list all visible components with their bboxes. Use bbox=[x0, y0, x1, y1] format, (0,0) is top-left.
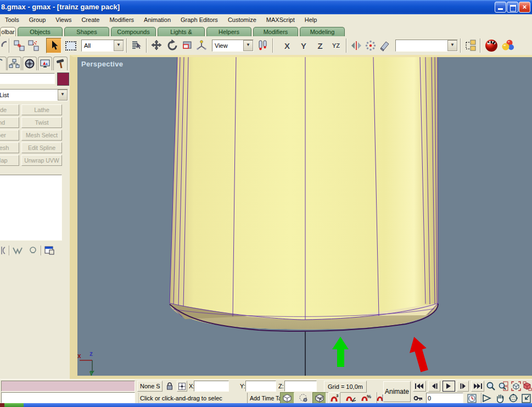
y-coordinate-input[interactable] bbox=[246, 381, 278, 391]
field-of-view-button[interactable] bbox=[481, 393, 492, 404]
y-coordinate-field[interactable] bbox=[245, 381, 276, 392]
modifier-stack-list[interactable] bbox=[0, 175, 62, 241]
menu-create[interactable]: Create bbox=[76, 15, 104, 24]
panel-tab-hierarchy[interactable] bbox=[7, 57, 21, 70]
select-and-manipulate-button[interactable] bbox=[194, 38, 209, 53]
panel-tab-motion[interactable] bbox=[23, 57, 37, 70]
start-button-fragment[interactable] bbox=[4, 403, 24, 407]
current-frame-input[interactable] bbox=[427, 393, 465, 403]
mesh-object[interactable] bbox=[170, 57, 438, 331]
dropdown-arrow-icon[interactable]: ▼ bbox=[58, 90, 68, 101]
object-name-input[interactable] bbox=[0, 74, 57, 83]
go-to-start-button[interactable] bbox=[413, 381, 426, 392]
play-button[interactable] bbox=[443, 381, 455, 392]
tab-modifiers[interactable]: Modifiers bbox=[253, 27, 298, 36]
tab-shapes[interactable]: Shapes bbox=[64, 27, 109, 36]
modifier-button-taper[interactable]: per bbox=[0, 130, 19, 141]
modifier-button-mesh-select[interactable]: Mesh Select bbox=[21, 130, 62, 141]
unlink-selection-button[interactable] bbox=[26, 38, 41, 53]
modifier-list-combo[interactable]: List ▼ bbox=[0, 89, 68, 101]
select-and-rotate-button[interactable] bbox=[166, 38, 180, 53]
object-name-field[interactable] bbox=[0, 73, 55, 84]
zoom-extents-all-button[interactable] bbox=[523, 381, 532, 392]
select-and-move-button[interactable] bbox=[149, 38, 164, 53]
time-configuration-button[interactable] bbox=[466, 393, 477, 404]
modifier-button-extrude[interactable]: ude bbox=[0, 104, 19, 115]
tab-helpers[interactable]: Helpers bbox=[206, 27, 251, 36]
modifier-button-edit-spline[interactable]: Edit Spline bbox=[21, 142, 62, 153]
align-button[interactable] bbox=[378, 38, 392, 53]
z-coordinate-input[interactable] bbox=[285, 381, 318, 391]
shaded-view-toggle[interactable] bbox=[280, 392, 294, 404]
menu-tools[interactable]: Tools bbox=[0, 15, 24, 24]
make-unique-icon[interactable] bbox=[27, 246, 38, 255]
menu-customize[interactable]: Customize bbox=[223, 15, 261, 24]
menu-maxscript[interactable]: MAXScript bbox=[261, 15, 300, 24]
arc-rotate-button[interactable] bbox=[508, 393, 519, 404]
select-by-name-button[interactable] bbox=[130, 38, 144, 53]
modifier-button-bend[interactable]: nd bbox=[0, 117, 19, 128]
modifier-button-lathe[interactable]: Lathe bbox=[21, 104, 62, 115]
mirror-button[interactable] bbox=[349, 38, 363, 53]
x-coordinate-field[interactable] bbox=[194, 381, 229, 392]
degradation-toggle[interactable] bbox=[297, 392, 309, 404]
viewport-label[interactable]: Perspective bbox=[81, 60, 123, 68]
tab-lights-cameras[interactable]: Lights & Cameras bbox=[158, 27, 205, 36]
menu-animation[interactable]: Animation bbox=[139, 15, 176, 24]
object-color-swatch[interactable] bbox=[57, 73, 69, 86]
restrict-z-button[interactable]: Z bbox=[312, 41, 328, 51]
menu-group[interactable]: Group bbox=[24, 15, 51, 24]
title-bar[interactable]: 8.gmax - gmax - [trainz game pack] × bbox=[0, 0, 532, 14]
select-object-button[interactable] bbox=[46, 38, 61, 53]
set-key-button[interactable] bbox=[413, 393, 424, 404]
modifier-button-unwrap-uvw[interactable]: Unwrap UVW bbox=[21, 155, 62, 166]
listener-script-line[interactable] bbox=[1, 392, 135, 403]
snap-3d-toggle[interactable]: 3 bbox=[328, 392, 340, 404]
restrict-plane-button[interactable]: YZ bbox=[328, 42, 344, 49]
select-and-link-button[interactable] bbox=[12, 38, 26, 53]
menu-help[interactable]: Help bbox=[300, 15, 322, 24]
previous-frame-button[interactable] bbox=[428, 381, 440, 392]
restrict-y-button[interactable]: Y bbox=[295, 41, 312, 51]
dropdown-arrow-icon[interactable]: ▼ bbox=[114, 40, 124, 51]
reference-coord-system-combo[interactable]: View ▼ bbox=[212, 40, 254, 52]
named-selection-sets-combo[interactable]: ▼ bbox=[395, 40, 458, 52]
rectangular-selection-region-button[interactable] bbox=[64, 38, 78, 53]
zoom-extents-button[interactable] bbox=[511, 381, 522, 392]
z-coordinate-field[interactable] bbox=[284, 381, 317, 392]
panel-tab-utilities[interactable] bbox=[53, 57, 68, 70]
restore-button[interactable] bbox=[507, 2, 518, 13]
pin-stack-icon[interactable] bbox=[0, 246, 7, 255]
tab-compounds[interactable]: Compounds bbox=[111, 27, 156, 36]
percent-snap-toggle[interactable]: % bbox=[360, 392, 373, 404]
modifier-button-uvw-map[interactable]: Map bbox=[0, 155, 19, 166]
restrict-x-button[interactable]: X bbox=[279, 41, 295, 51]
close-button[interactable]: × bbox=[519, 2, 530, 13]
panel-tab-modify[interactable] bbox=[0, 57, 7, 70]
textured-view-toggle[interactable] bbox=[312, 392, 326, 404]
menu-graph-editors[interactable]: Graph Editors bbox=[176, 15, 223, 24]
array-button[interactable] bbox=[363, 38, 378, 53]
selection-filter-combo[interactable]: All ▼ bbox=[81, 40, 124, 52]
zoom-button[interactable] bbox=[485, 381, 496, 392]
schematic-view-button[interactable] bbox=[463, 38, 478, 53]
menu-modifiers[interactable]: Modifiers bbox=[104, 15, 139, 24]
listener-macro-line[interactable] bbox=[1, 381, 135, 392]
show-end-result-icon[interactable] bbox=[12, 246, 24, 255]
render-layers-button[interactable] bbox=[500, 38, 516, 53]
configure-modifier-sets-icon[interactable] bbox=[44, 245, 55, 256]
next-frame-button[interactable] bbox=[457, 381, 469, 392]
go-to-end-button[interactable] bbox=[471, 381, 484, 392]
panel-tab-display[interactable] bbox=[38, 57, 52, 70]
perspective-viewport[interactable]: x z y Perspective bbox=[77, 57, 532, 376]
zoom-all-button[interactable] bbox=[498, 381, 509, 392]
selection-lock-toggle[interactable] bbox=[165, 381, 175, 392]
use-pivot-point-center-button[interactable] bbox=[256, 38, 270, 53]
minimize-button[interactable] bbox=[495, 2, 506, 13]
tab-objects[interactable]: Objects bbox=[18, 27, 63, 36]
pan-view-button[interactable] bbox=[495, 393, 506, 404]
dropdown-arrow-icon[interactable]: ▼ bbox=[447, 40, 457, 51]
absolute-offset-toggle[interactable] bbox=[177, 381, 187, 392]
tab-toolbar-active[interactable]: olbar bbox=[0, 27, 16, 36]
menu-views[interactable]: Views bbox=[51, 15, 76, 24]
